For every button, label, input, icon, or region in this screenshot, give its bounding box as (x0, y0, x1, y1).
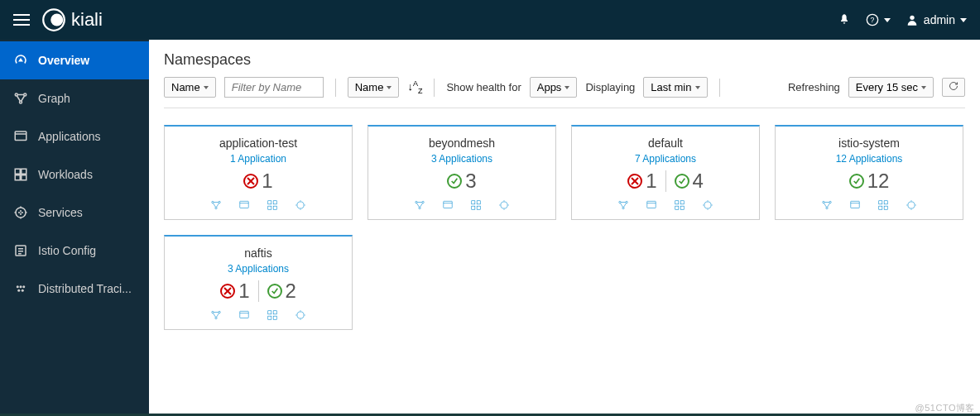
svg-point-5 (15, 93, 17, 96)
logo[interactable]: kiali (41, 7, 103, 32)
kiali-logo-icon (41, 7, 66, 32)
svg-line-88 (214, 313, 216, 318)
card-title: beyondmesh (368, 136, 555, 150)
graph-link-icon[interactable] (210, 199, 222, 211)
apps-link-icon[interactable] (238, 199, 250, 211)
stat-count: 1 (646, 170, 656, 193)
services-link-icon[interactable] (702, 199, 713, 211)
applications-icon (13, 129, 28, 144)
main-content: Namespaces Name Name ↓AZ Show health for… (149, 40, 980, 414)
divider (719, 79, 720, 97)
card-apps-link[interactable]: 7 Applications (572, 153, 759, 165)
svg-rect-80 (879, 206, 882, 209)
namespace-card: application-test 1 Application 1 (164, 125, 353, 220)
divider (335, 79, 336, 97)
card-stats: 14 (572, 170, 759, 193)
svg-rect-93 (268, 311, 271, 314)
card-apps-link[interactable]: 3 Applications (368, 153, 555, 165)
health-label: Show health for (446, 81, 521, 93)
sidebar-item-services[interactable]: Services (0, 194, 149, 232)
refreshing-select[interactable]: Every 15 sec (848, 77, 934, 98)
workloads-link-icon[interactable] (470, 199, 482, 211)
sidebar-item-graph[interactable]: Graph (0, 79, 149, 117)
graph-link-icon[interactable] (617, 199, 629, 211)
displaying-label: Displaying (585, 81, 635, 93)
help-menu[interactable]: ? (866, 13, 891, 26)
svg-rect-13 (15, 169, 20, 174)
refresh-button[interactable] (942, 78, 965, 97)
user-menu[interactable]: admin (906, 13, 967, 26)
stat-divider (258, 280, 259, 302)
sidebar-item-istio-config[interactable]: Istio Config (0, 232, 149, 270)
user-icon (906, 13, 919, 26)
workloads-link-icon[interactable] (877, 199, 889, 211)
svg-rect-16 (22, 175, 26, 180)
sort-direction-icon[interactable]: ↓AZ (407, 79, 422, 95)
chevron-down-icon (387, 86, 392, 89)
services-link-icon[interactable] (906, 199, 917, 211)
sidebar-item-overview[interactable]: Overview (0, 41, 149, 79)
card-apps-link[interactable]: 3 Applications (165, 263, 352, 275)
health-select[interactable]: Apps (530, 77, 578, 98)
svg-rect-39 (268, 206, 271, 209)
apps-link-icon[interactable] (238, 309, 250, 321)
svg-line-61 (624, 203, 627, 208)
svg-point-6 (24, 93, 26, 96)
ok-status-icon (267, 284, 282, 299)
ok-status-icon (849, 174, 864, 189)
svg-point-22 (17, 285, 19, 288)
sidebar-item-label: Graph (38, 92, 70, 105)
sidebar-item-workloads[interactable]: Workloads (0, 155, 149, 194)
displaying-select[interactable]: Last min (643, 77, 707, 98)
svg-rect-52 (472, 206, 475, 209)
graph-link-icon[interactable] (414, 199, 425, 211)
card-title: application-test (165, 136, 352, 150)
svg-rect-65 (675, 201, 679, 204)
sidebar-item-applications[interactable]: Applications (0, 117, 149, 155)
sort-select[interactable]: Name (348, 77, 400, 98)
stat-group: 1 (243, 170, 272, 193)
chevron-down-icon (921, 86, 926, 89)
ok-status-icon (675, 174, 689, 189)
stat-count: 1 (238, 280, 249, 303)
stat-count: 1 (262, 170, 272, 193)
card-stats: 12 (165, 280, 352, 303)
svg-rect-96 (273, 316, 276, 319)
bell-icon[interactable] (838, 13, 851, 26)
app-name: kiali (71, 9, 103, 31)
card-footer (165, 199, 352, 211)
workloads-link-icon[interactable] (267, 199, 278, 211)
svg-point-54 (501, 202, 507, 208)
filter-type-select[interactable]: Name (164, 77, 216, 98)
svg-point-17 (16, 208, 26, 218)
svg-point-24 (22, 285, 25, 288)
card-title: naftis (165, 246, 352, 260)
services-link-icon[interactable] (498, 199, 510, 211)
svg-line-33 (217, 203, 219, 208)
svg-line-73 (824, 203, 827, 208)
card-apps-link[interactable]: 12 Applications (776, 153, 963, 165)
svg-rect-81 (884, 206, 887, 209)
services-link-icon[interactable] (295, 309, 306, 321)
filter-input[interactable] (224, 77, 324, 98)
sidebar-item-label: Services (38, 206, 83, 219)
sidebar-item-distributed-tracing[interactable]: Distributed Traci... (0, 270, 149, 308)
stat-group: 12 (849, 170, 890, 193)
graph-link-icon[interactable] (821, 199, 833, 211)
card-stats: 12 (776, 170, 963, 193)
card-apps-link[interactable]: 1 Application (165, 153, 352, 165)
select-label: Name (355, 81, 384, 93)
svg-point-25 (17, 289, 20, 292)
graph-link-icon[interactable] (210, 309, 222, 321)
svg-point-82 (908, 202, 915, 208)
workloads-link-icon[interactable] (674, 199, 685, 211)
apps-link-icon[interactable] (646, 199, 657, 211)
apps-link-icon[interactable] (442, 199, 454, 211)
svg-rect-68 (680, 206, 684, 209)
services-link-icon[interactable] (295, 199, 306, 211)
divider (434, 79, 435, 97)
hamburger-menu-icon[interactable] (13, 14, 30, 26)
apps-link-icon[interactable] (849, 199, 861, 211)
select-label: Last min (651, 81, 691, 93)
workloads-link-icon[interactable] (267, 309, 278, 321)
